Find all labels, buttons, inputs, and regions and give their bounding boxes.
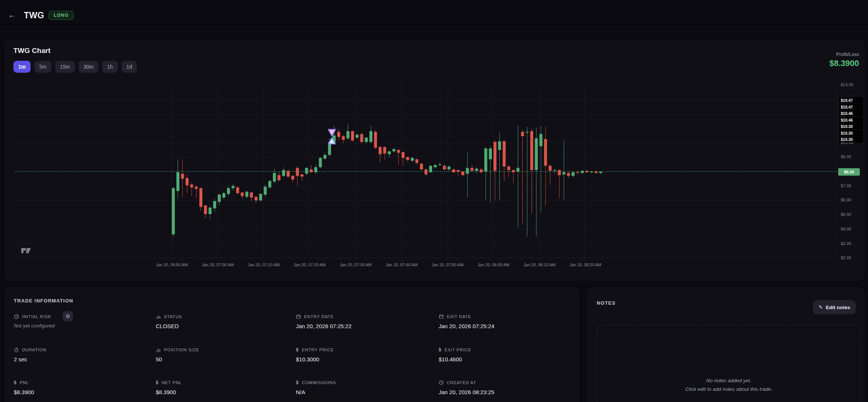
price-axis-label: $5.00 xyxy=(841,212,867,217)
field-value: $8.3900 xyxy=(156,389,290,395)
candle-body xyxy=(503,141,506,167)
candle-body xyxy=(268,181,271,187)
pencil-icon: ✎ xyxy=(818,304,823,310)
trade-information-header: TRADE INFORMATION xyxy=(14,298,73,304)
candle-body xyxy=(360,134,363,142)
candle-body xyxy=(594,172,597,173)
trade-information-card: TRADE INFORMATION INITIAL RISK⚙Not yet c… xyxy=(4,288,579,402)
field-value: $8.3900 xyxy=(14,389,148,395)
field-label: EXIT DATE xyxy=(447,314,471,319)
candle-body xyxy=(190,185,193,188)
field-label: POSITION SIZE xyxy=(164,348,199,352)
candle-body xyxy=(493,142,496,171)
dollar-icon: $ xyxy=(296,380,299,385)
notes-empty-text: No notes added yet. Click edit to add no… xyxy=(685,377,772,394)
candle-body xyxy=(342,136,345,140)
timeframe-button-1d[interactable]: 1d xyxy=(121,61,137,73)
timeframe-button-1h[interactable]: 1h xyxy=(102,61,118,73)
dollar-icon: $ xyxy=(439,347,442,352)
candle-body xyxy=(282,170,285,176)
candle-body xyxy=(429,166,432,172)
field-label: DURATION xyxy=(22,348,47,352)
candle-body xyxy=(420,164,423,169)
candle-body xyxy=(356,135,359,138)
notes-empty-area[interactable]: No notes added yet. Click edit to add no… xyxy=(597,325,861,402)
candle-body xyxy=(388,151,391,154)
clock-icon xyxy=(439,380,444,385)
candle-body xyxy=(181,174,184,179)
edit-notes-label: Edit notes xyxy=(826,305,850,310)
notes-empty-line1: No notes added yet. xyxy=(685,377,772,385)
field-label: INITIAL RISK xyxy=(22,314,51,319)
timeframe-button-5m[interactable]: 5m xyxy=(34,61,51,73)
field-exit-date: EXIT DATEJan 20, 2026 07:25:24 xyxy=(439,314,573,329)
time-axis-label: Jan 20, 07:30 AM xyxy=(331,263,380,267)
time-axis-label: Jan 20, 07:50 AM xyxy=(423,263,472,267)
timeframe-button-1m[interactable]: 1m xyxy=(13,61,31,73)
field-value: CLOSED xyxy=(156,323,290,329)
field-status: STATUSCLOSED xyxy=(156,314,290,329)
candle-body xyxy=(379,147,382,154)
candle-body xyxy=(549,166,552,171)
candle-body xyxy=(411,158,414,161)
candle-body xyxy=(245,192,248,197)
candle-body xyxy=(213,201,216,208)
candle-body xyxy=(300,175,303,177)
notes-header: NOTES xyxy=(597,300,616,306)
back-arrow-icon[interactable]: ← xyxy=(8,11,16,19)
time-axis-label: Jan 20, 08:10 AM xyxy=(515,263,564,267)
candle-body xyxy=(470,168,473,171)
candle-body xyxy=(218,195,221,202)
trade-price-chip: $10.30 xyxy=(839,130,863,136)
dollar-icon: $ xyxy=(156,380,159,385)
candle-body xyxy=(351,131,354,141)
field-label: PNL xyxy=(20,380,29,385)
candle-body xyxy=(310,169,313,172)
candle-body xyxy=(402,152,405,158)
candle-body xyxy=(576,172,579,173)
candle-body xyxy=(443,166,446,170)
timeframe-button-30m[interactable]: 30m xyxy=(79,61,98,73)
notes-empty-line2: Click edit to add notes about this trade… xyxy=(685,385,772,394)
tradingview-logo-icon[interactable] xyxy=(20,247,32,254)
field-value: $10.3000 xyxy=(296,356,430,362)
field-label: ENTRY DATE xyxy=(304,314,334,319)
field-value: 50 xyxy=(156,356,290,362)
field-entry-date: ENTRY DATEJan 20, 2026 07:25:22 xyxy=(296,314,430,329)
field-value: 2 sec xyxy=(14,356,148,362)
candle-body xyxy=(222,193,225,198)
candle-body xyxy=(406,157,409,160)
field-net-pnl: $NET PNL$8.3900 xyxy=(156,380,290,395)
field-initial-risk: INITIAL RISK⚙Not yet configured xyxy=(14,314,148,329)
trade-price-chip: $10.47 xyxy=(839,97,863,103)
candle-body xyxy=(231,186,234,188)
field-entry-price: $ENTRY PRICE$10.3000 xyxy=(296,347,430,362)
candle-body xyxy=(590,172,593,172)
dollar-icon: $ xyxy=(296,347,299,352)
candle-body xyxy=(383,147,386,153)
candle-body xyxy=(273,173,276,182)
candle-body xyxy=(480,169,483,172)
time-axis-label: Jan 20, 07:40 AM xyxy=(378,263,426,267)
time-axis-label: Jan 20, 07:20 AM xyxy=(285,263,334,267)
profit-loss-box: Profit/Loss $8.3900 xyxy=(829,51,859,68)
candle-body xyxy=(585,171,588,172)
exit-marker-icon[interactable] xyxy=(328,129,336,136)
candlestick-chart[interactable] xyxy=(15,83,838,261)
timeframe-button-15m[interactable]: 15m xyxy=(55,61,75,73)
candle-body xyxy=(255,197,258,201)
time-axis-label: Jan 20, 08:20 AM xyxy=(561,263,610,267)
initial-risk-settings-button[interactable]: ⚙ xyxy=(63,311,73,321)
time-axis-label: Jan 20, 08:00 AM xyxy=(469,263,518,267)
candle-body xyxy=(484,148,487,172)
page-title: TWG xyxy=(24,10,44,21)
top-bar: ← TWG LONG xyxy=(0,0,868,31)
candle-body xyxy=(287,171,290,176)
candle-body xyxy=(539,134,542,146)
candle-body xyxy=(530,131,533,170)
candle-body xyxy=(567,173,570,176)
profit-loss-label: Profit/Loss xyxy=(829,51,859,57)
price-axis-label: $6.00 xyxy=(841,198,867,202)
trade-price-chip: $10.30 xyxy=(839,136,863,142)
edit-notes-button[interactable]: ✎ Edit notes xyxy=(813,300,856,314)
